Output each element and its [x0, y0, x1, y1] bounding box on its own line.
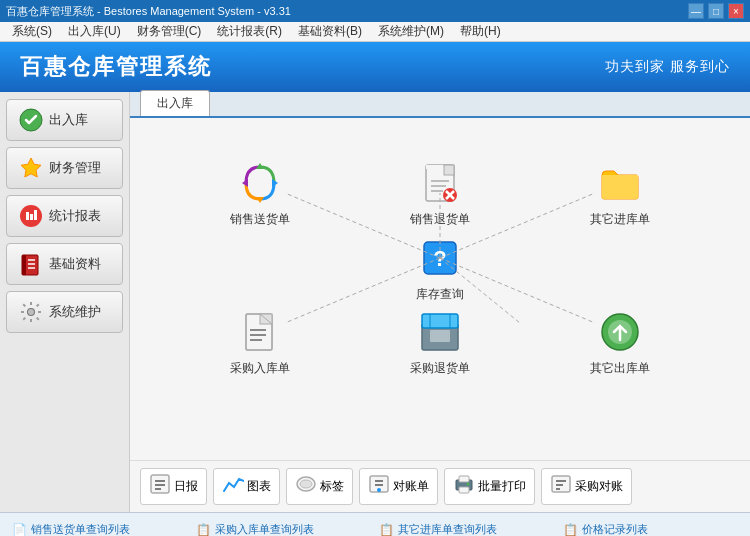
batch-print-icon: [453, 473, 475, 500]
menu-finance[interactable]: 财务管理(C): [129, 21, 210, 42]
close-button[interactable]: ×: [728, 3, 744, 19]
toolbar-account[interactable]: 对账单: [359, 468, 438, 505]
icon-other-out[interactable]: 其它出库单: [585, 308, 655, 377]
tab-warehouse[interactable]: 出入库: [140, 90, 210, 116]
link-icon-3: 📋: [563, 523, 578, 536]
svg-rect-42: [430, 330, 450, 342]
icon-grid-area: 销售送货单: [130, 118, 750, 460]
warehouse-icon: [19, 108, 43, 132]
data-icon: [19, 252, 43, 276]
maintain-icon: [19, 300, 43, 324]
content-area: 出入库: [130, 92, 750, 512]
sidebar-label-data: 基础资料: [49, 255, 101, 273]
toolbar-label[interactable]: 标签: [286, 468, 353, 505]
report-icon: [19, 204, 43, 228]
menu-data[interactable]: 基础资料(B): [290, 21, 370, 42]
sidebar-label-report: 统计报表: [49, 207, 101, 225]
label-icon: [295, 473, 317, 500]
icon-sales-delivery[interactable]: 销售送货单: [225, 159, 295, 228]
sidebar-label-finance: 财务管理: [49, 159, 101, 177]
svg-point-52: [300, 480, 312, 488]
sidebar-item-finance[interactable]: 财务管理: [6, 147, 123, 189]
maximize-button[interactable]: □: [708, 3, 724, 19]
other-in-label: 其它进库单: [590, 211, 650, 228]
inventory-query-label: 库存查询: [416, 286, 464, 303]
sidebar: 出入库 财务管理 统计报表: [0, 92, 130, 512]
top-icons-row: 销售送货单: [140, 128, 740, 228]
svg-rect-25: [426, 165, 444, 169]
other-out-icon: [596, 308, 644, 356]
icon-purchase-return[interactable]: 采购退货单: [405, 308, 475, 377]
link-icon-1: 📋: [196, 523, 211, 536]
svg-rect-5: [34, 210, 37, 220]
app-slogan: 功夫到家 服务到心: [605, 58, 730, 76]
svg-rect-59: [459, 487, 469, 493]
menu-maintain[interactable]: 系统维护(M): [370, 21, 452, 42]
sidebar-item-warehouse[interactable]: 出入库: [6, 99, 123, 141]
bottom-toolbar: 日报 图表 标签: [130, 460, 750, 512]
link-icon-2: 📋: [379, 523, 394, 536]
menu-bar: 系统(S) 出入库(U) 财务管理(C) 统计报表(R) 基础资料(B) 系统维…: [0, 22, 750, 42]
account-label: 对账单: [393, 478, 429, 495]
purchase-in-label: 采购入库单: [230, 360, 290, 377]
menu-system[interactable]: 系统(S): [4, 21, 60, 42]
toolbar-chart[interactable]: 图表: [213, 468, 280, 505]
other-out-label: 其它出库单: [590, 360, 650, 377]
finance-icon: [19, 156, 43, 180]
sales-delivery-label: 销售送货单: [230, 211, 290, 228]
icon-purchase-in[interactable]: 采购入库单: [225, 308, 295, 377]
svg-rect-3: [26, 212, 29, 220]
svg-rect-7: [22, 255, 26, 275]
sidebar-label-maintain: 系统维护: [49, 303, 101, 321]
purchase-return-label: 采购退货单: [410, 360, 470, 377]
title-bar: 百惠仓库管理系统 - Bestores Management System - …: [0, 0, 750, 22]
svg-point-60: [467, 483, 470, 486]
minimize-button[interactable]: —: [688, 3, 704, 19]
sidebar-item-maintain[interactable]: 系统维护: [6, 291, 123, 333]
app-title: 百惠仓库管理系统: [20, 52, 212, 82]
sidebar-item-report[interactable]: 统计报表: [6, 195, 123, 237]
link-0[interactable]: 📄 销售送货单查询列表: [8, 517, 192, 536]
link-icon-0: 📄: [12, 523, 27, 536]
daily-icon: [149, 473, 171, 500]
toolbar-purchase-account[interactable]: 采购对账: [541, 468, 632, 505]
chart-icon: [222, 473, 244, 500]
svg-point-56: [377, 488, 381, 492]
icon-inventory-query[interactable]: ? 库存查询: [405, 234, 475, 303]
svg-rect-41: [422, 314, 458, 328]
menu-inout[interactable]: 出入库(U): [60, 21, 129, 42]
sidebar-item-data[interactable]: 基础资料: [6, 243, 123, 285]
link-3[interactable]: 📋 价格记录列表: [559, 517, 743, 536]
svg-marker-1: [21, 158, 41, 177]
label-label: 标签: [320, 478, 344, 495]
bottom-icons-row: 采购入库单 采购退货单: [140, 308, 740, 398]
icon-sales-return[interactable]: 销售退货单: [405, 159, 475, 228]
tab-bar: 出入库: [130, 92, 750, 118]
app-header: 百惠仓库管理系统 功夫到家 服务到心: [0, 42, 750, 92]
sales-return-icon: [416, 159, 464, 207]
link-1[interactable]: 📋 采购入库单查询列表: [192, 517, 376, 536]
main-layout: 出入库 财务管理 统计报表: [0, 92, 750, 512]
svg-rect-58: [459, 476, 469, 482]
purchase-account-icon: [550, 473, 572, 500]
center-icons-row: ? 库存查询: [140, 228, 740, 308]
svg-point-12: [28, 309, 34, 315]
title-bar-controls: — □ ×: [688, 3, 744, 19]
sales-return-label: 销售退货单: [410, 211, 470, 228]
link-2[interactable]: 📋 其它进库单查询列表: [375, 517, 559, 536]
toolbar-batch-print[interactable]: 批量打印: [444, 468, 535, 505]
svg-rect-4: [30, 214, 33, 220]
sidebar-label-warehouse: 出入库: [49, 111, 88, 129]
account-icon: [368, 473, 390, 500]
toolbar-daily[interactable]: 日报: [140, 468, 207, 505]
menu-help[interactable]: 帮助(H): [452, 21, 509, 42]
other-in-icon: [596, 159, 644, 207]
svg-text:?: ?: [433, 246, 446, 271]
title-bar-title: 百惠仓库管理系统 - Bestores Management System - …: [6, 4, 688, 19]
links-area: 📄 销售送货单查询列表 📋 采购入库单查询列表 📋 其它进库单查询列表 📋 价格…: [0, 512, 750, 536]
batch-print-label: 批量打印: [478, 478, 526, 495]
menu-report[interactable]: 统计报表(R): [209, 21, 290, 42]
chart-label: 图表: [247, 478, 271, 495]
svg-rect-61: [552, 476, 570, 492]
icon-other-in[interactable]: 其它进库单: [585, 159, 655, 228]
